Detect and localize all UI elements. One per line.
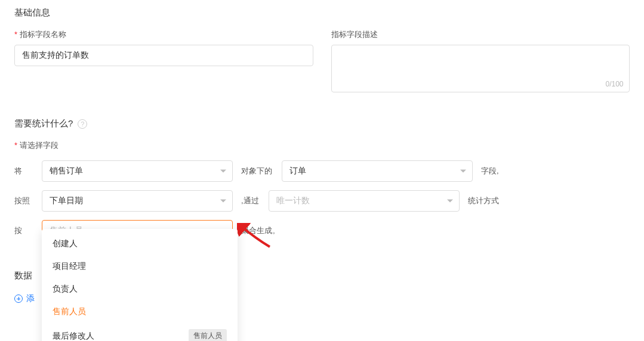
field-name-label: 指标字段名称 [14,29,313,40]
add-button-label: 添 [26,293,35,304]
chevron-down-icon [460,170,466,173]
field-name-input[interactable] [14,45,313,66]
row1-mid: 对象下的 [241,166,272,176]
chevron-down-icon [220,170,226,173]
date-field-select[interactable]: 下单日期 [42,190,233,212]
textarea-counter: 0/100 [605,80,623,88]
select-field-label: 请选择字段 [14,140,630,151]
object-select[interactable]: 销售订单 [42,160,233,182]
chevron-down-icon [447,200,453,203]
row1-suffix: 字段, [481,166,499,176]
date-field-value: 下单日期 [50,196,83,206]
chevron-down-icon [220,200,226,203]
row2-mid: ,通过 [241,196,259,206]
help-icon[interactable]: ? [78,119,87,129]
field-desc-label: 指标字段描述 [331,29,630,40]
stat-row-2: 按照 下单日期 ,通过 唯一计数 统计方式 [14,190,630,212]
dropdown-item-presales[interactable]: 售前人员 [42,300,238,323]
stat-row-1: 将 销售订单 对象下的 订单 字段, [14,160,630,182]
row3-suffix: 聚合生成。 [241,225,280,236]
section-basic-info-title: 基础信息 [14,7,630,18]
row2-suffix: 统计方式 [468,196,499,206]
row1-prefix: 将 [14,166,42,176]
section-stats-title: 需要统计什么? [14,118,73,129]
field-select-value: 订单 [289,166,306,176]
object-select-value: 销售订单 [50,166,83,176]
field-desc-textarea[interactable] [331,45,630,92]
stat-method-select[interactable]: 唯一计数 [269,190,460,212]
dropdown-tooltip-chip: 售前人员 [189,329,227,341]
field-select[interactable]: 订单 [282,160,473,182]
dropdown-item-owner[interactable]: 负责人 [42,278,238,300]
add-button[interactable]: 添 [14,293,35,304]
groupby-dropdown: 创建人 项目经理 负责人 售前人员 最后修改人 售前人员 [42,229,238,341]
row2-prefix: 按照 [14,196,42,206]
plus-icon [14,294,23,303]
stat-method-placeholder: 唯一计数 [276,196,310,206]
dropdown-item-lastmodifier[interactable]: 最后修改人 售前人员 [42,323,238,341]
dropdown-item-creator[interactable]: 创建人 [42,232,238,255]
row3-prefix: 按 [14,225,42,236]
dropdown-item-pm[interactable]: 项目经理 [42,255,238,278]
